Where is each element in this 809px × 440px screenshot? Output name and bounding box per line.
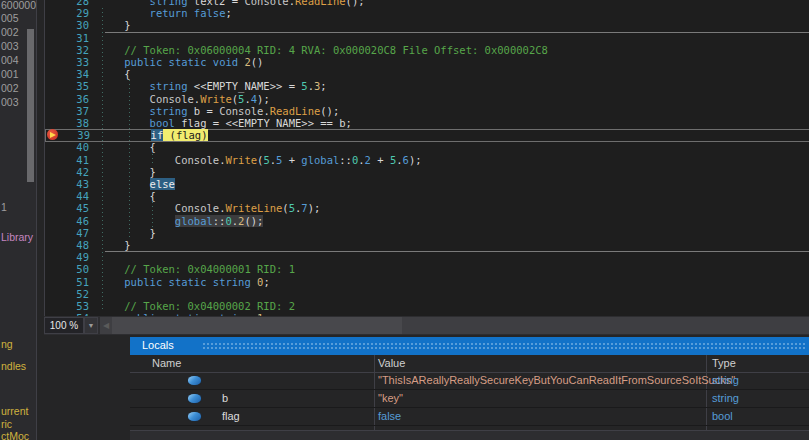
code-line-34: 34 { — [45, 68, 809, 80]
strip-text-fragment: 002 — [1, 83, 19, 94]
strip-text-fragment: ndles — [1, 361, 26, 372]
code-line-38: 38 bool flag = <<EMPTY_NAME>> == b; — [45, 117, 809, 129]
line-number: 38 — [59, 117, 89, 129]
variable-icon — [188, 412, 201, 421]
code-line-52: 52 — [45, 288, 809, 300]
variable-type: string — [712, 390, 739, 406]
code-line-53: 53 // Token: 0x04000002 RID: 2 — [45, 300, 809, 312]
line-number: 31 — [59, 32, 89, 44]
line-number: 33 — [59, 56, 89, 68]
line-number: 43 — [59, 178, 89, 190]
line-number: 49 — [59, 251, 89, 263]
code-line-45: 45 Console.WriteLine(5.7); — [45, 202, 809, 214]
line-number: 39 — [60, 130, 90, 141]
line-number: 53 — [59, 300, 89, 312]
code-text: Console.WriteLine(5.7); — [99, 202, 320, 214]
editor-bottom-bar: 100 % ▼ ◀ — [44, 316, 809, 335]
code-line-31: 31 — [45, 32, 809, 44]
code-text: } — [99, 19, 131, 31]
locals-row[interactable]: b"key"string — [130, 390, 809, 408]
code-text: string <<EMPTY_NAME>> = 5.3; — [99, 80, 327, 92]
code-line-47: 47 } — [45, 227, 809, 239]
line-number: 35 — [59, 80, 89, 92]
strip-text-fragment: 003 — [1, 41, 19, 52]
code-line-42: 42 } — [45, 166, 809, 178]
code-text: // Token: 0x04000001 RID: 1 — [99, 263, 295, 275]
code-text: public static string 0; — [99, 276, 270, 288]
breakpoint-icon[interactable] — [47, 129, 58, 140]
titlebar-grip-dots — [202, 342, 805, 351]
code-text: if (flag) — [100, 130, 208, 141]
line-number: 51 — [59, 276, 89, 288]
strip-text-fragment: 002 — [1, 27, 19, 38]
locals-row[interactable]: "ThisIsAReallyReallySecureKeyButYouCanRe… — [130, 372, 809, 390]
vertical-scrollbar-thumb[interactable] — [27, 29, 34, 182]
code-text: } — [99, 239, 131, 251]
code-text: } — [99, 166, 156, 178]
variable-type: string — [712, 372, 739, 388]
strip-text-fragment: ng — [1, 339, 13, 350]
code-line-50: 50 // Token: 0x04000001 RID: 1 — [45, 263, 809, 275]
code-line-33: 33 public static void 2() — [45, 56, 809, 68]
line-number: 34 — [59, 68, 89, 80]
locals-panel-title: Locals — [142, 339, 174, 351]
horizontal-scrollbar-thumb[interactable] — [112, 317, 402, 334]
code-text: Console.Write(5.5 + global::0.2 + 5.6); — [99, 154, 422, 166]
variable-name: b — [222, 390, 228, 406]
line-number: 37 — [59, 105, 89, 117]
line-number: 47 — [59, 227, 89, 239]
line-number: 46 — [59, 215, 89, 227]
line-number: 44 — [59, 190, 89, 202]
line-number: 50 — [59, 263, 89, 275]
left-clipped-panel: 6000000050020030040010020031Libraryngndl… — [0, 0, 37, 440]
scroll-left-arrow-icon[interactable]: ◀ — [103, 321, 109, 330]
locals-panel-titlebar[interactable]: Locals — [130, 337, 809, 355]
code-text: else — [99, 178, 175, 190]
line-number: 29 — [59, 7, 89, 19]
column-header-name[interactable]: Name — [152, 355, 181, 372]
code-line-41: 41 Console.Write(5.5 + global::0.2 + 5.6… — [45, 154, 809, 166]
code-line-39: 39 if (flag) — [45, 129, 809, 142]
code-text: Console.Write(5.4); — [99, 93, 270, 105]
variable-value: false — [378, 408, 401, 424]
code-text: string b = Console.ReadLine(); — [99, 105, 339, 117]
code-text: } — [99, 227, 156, 239]
code-line-48: 48 } — [45, 239, 809, 251]
code-line-32: 32 // Token: 0x06000004 RID: 4 RVA: 0x00… — [45, 44, 809, 56]
line-number: 40 — [59, 141, 89, 153]
column-header-value[interactable]: Value — [378, 355, 405, 372]
strip-text-fragment: 1 — [1, 202, 7, 213]
strip-text-fragment: 001 — [1, 69, 19, 80]
code-line-30: 30 } — [45, 19, 809, 31]
zoom-level[interactable]: 100 % — [44, 317, 84, 334]
variable-icon — [188, 394, 201, 403]
locals-panel: Locals Name Value Type "ThisIsAReallyRea… — [130, 337, 809, 430]
strip-text-fragment: ctMoc — [1, 431, 29, 440]
line-number: 41 — [59, 154, 89, 166]
code-line-51: 51 public static string 0; — [45, 276, 809, 288]
zoom-dropdown-button[interactable]: ▼ — [84, 317, 98, 334]
code-text: // Token: 0x06000004 RID: 4 RVA: 0x00002… — [99, 44, 548, 56]
strip-text-fragment: 600000 — [1, 0, 36, 11]
code-line-46: 46 global::0.2(); — [45, 215, 809, 227]
variable-icon — [188, 376, 201, 385]
code-line-37: 37 string b = Console.ReadLine(); — [45, 105, 809, 117]
strip-text-fragment: ric — [1, 419, 12, 430]
column-header-type[interactable]: Type — [712, 355, 736, 372]
variable-name: flag — [222, 408, 240, 424]
line-number: 42 — [59, 166, 89, 178]
code-line-29: 29 return false; — [45, 7, 809, 19]
code-text: global::0.2(); — [99, 215, 263, 227]
horizontal-scrollbar[interactable]: ◀ — [100, 317, 809, 334]
line-number: 48 — [59, 239, 89, 251]
code-editor[interactable]: 28 string text2 = Console.ReadLine();29 … — [44, 0, 809, 316]
strip-text-fragment: Library — [1, 232, 33, 243]
code-text: string text2 = Console.ReadLine(); — [99, 0, 365, 7]
code-text: return false; — [99, 7, 232, 19]
window-bottom-edge — [130, 430, 809, 440]
locals-row[interactable]: flagfalsebool — [130, 408, 809, 426]
code-text: { — [99, 141, 156, 153]
code-text: { — [99, 190, 156, 202]
code-line-36: 36 Console.Write(5.4); — [45, 93, 809, 105]
code-text: // Token: 0x04000002 RID: 2 — [99, 300, 295, 312]
